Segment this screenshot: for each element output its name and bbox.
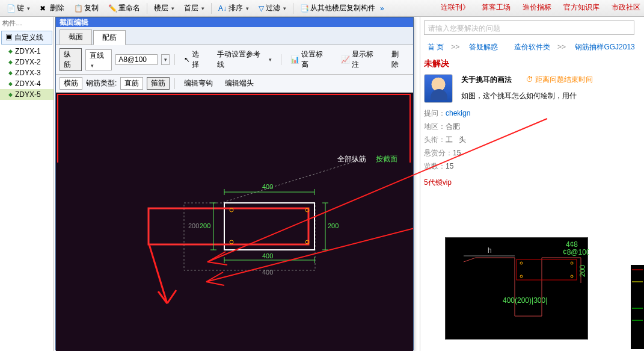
- tree-item-1[interactable]: ◆ZDYX-1: [0, 46, 54, 57]
- breadcrumb: 首 页>> 答疑解惑 造价软件类>> 钢筋抽样GGJ2013: [424, 42, 644, 52]
- svg-rect-3: [149, 208, 308, 244]
- new-button[interactable]: 📄键: [2, 1, 34, 15]
- mode-select[interactable]: 直线: [85, 49, 112, 70]
- tab-section[interactable]: 截面: [60, 30, 92, 45]
- section-edit-window: 截面编辑 截面 配筋 纵筋 直线 ↖ 选择 手动设置参考线 📊 设置标高 📈 显…: [55, 17, 414, 350]
- spec-input[interactable]: [115, 54, 158, 65]
- filter-button[interactable]: ▽过滤: [254, 1, 290, 15]
- tree-category[interactable]: ▣ 自定义线: [1, 31, 52, 45]
- stirrup-button[interactable]: 箍筋: [147, 77, 170, 90]
- search-input[interactable]: 请输入您要解决的问题: [424, 20, 634, 35]
- svg-text:200: 200: [578, 265, 587, 277]
- svg-line-0: [223, 162, 354, 202]
- region-label: 地区：: [424, 122, 446, 131]
- svg-rect-2: [224, 203, 314, 250]
- th-h: h: [488, 246, 492, 255]
- nav-link-5[interactable]: 市政社区: [612, 2, 640, 13]
- dim-left: 200: [200, 222, 210, 229]
- edit-end[interactable]: 编辑端头: [221, 76, 258, 90]
- tab-rebar[interactable]: 配筋: [93, 30, 126, 45]
- ask-user[interactable]: chekign: [446, 109, 470, 117]
- rebar-type-label: 钢筋类型:: [86, 78, 117, 89]
- svg-text:¢8@100: ¢8@100: [563, 248, 589, 256]
- separator: [174, 54, 175, 65]
- select-tool[interactable]: ↖ 选择: [180, 48, 210, 72]
- separator: [147, 3, 147, 14]
- set-elevation[interactable]: 📊 设置标高: [286, 48, 333, 72]
- points-label: 悬赏分：: [424, 149, 453, 157]
- region-value: 合肥: [446, 122, 460, 131]
- left-hint: 构件…: [0, 17, 54, 30]
- separator: [174, 78, 175, 89]
- svg-point-22: [520, 262, 523, 264]
- tree-item-5[interactable]: ◆ZDYX-5: [0, 89, 54, 100]
- title-v1: 工: [446, 135, 453, 144]
- crumb-leaf[interactable]: 钢筋抽样GGJ2013: [575, 43, 634, 51]
- question-body: 如图，这个挑耳怎么如何绘制，用什: [461, 91, 593, 101]
- svg-text:4¢8: 4¢8: [566, 240, 578, 249]
- separator: [211, 3, 212, 14]
- thumbnail-drawing[interactable]: h 4¢8 ¢8@100 200 400(200)|300|: [445, 237, 588, 340]
- user-avatar[interactable]: [424, 74, 453, 103]
- svg-text:400(200)|300|: 400(200)|300|: [503, 296, 547, 305]
- dim-bottom-gray: 400: [262, 269, 273, 276]
- firstfloor-button[interactable]: 首层: [180, 1, 209, 15]
- drawing-canvas[interactable]: 全部纵筋 按截面 400 200 200 20: [56, 93, 413, 351]
- points-value: 15: [453, 149, 461, 157]
- sort-button[interactable]: A↓排序: [214, 1, 253, 15]
- svg-point-4: [230, 208, 233, 212]
- svg-point-6: [230, 240, 233, 244]
- longitudinal-button[interactable]: 纵筋: [60, 48, 82, 71]
- title-v2: 头: [459, 135, 466, 144]
- nav-link-3[interactable]: 造价指标: [523, 2, 551, 13]
- show-annotation[interactable]: 📈 显示标注: [337, 48, 384, 72]
- dim-top: 400: [262, 183, 273, 190]
- question-status: 未解决: [424, 58, 644, 69]
- thumb-svg: h 4¢8 ¢8@100 200 400(200)|300|: [446, 238, 589, 340]
- label-all-longitudinal: 全部纵筋: [337, 154, 366, 164]
- svg-point-7: [305, 240, 309, 244]
- tree-item-4[interactable]: ◆ZDYX-4: [0, 78, 54, 89]
- selection-rect: [57, 94, 411, 163]
- views-label: 览数：: [424, 162, 446, 170]
- crumb-cat[interactable]: 造价软件类: [514, 43, 550, 51]
- nav-link-2[interactable]: 算客工场: [482, 2, 511, 13]
- crumb-qa[interactable]: 答疑解惑: [469, 43, 498, 51]
- svg-point-5: [305, 208, 309, 212]
- dim-bottom: 400: [262, 252, 273, 259]
- spec-dropdown[interactable]: [161, 54, 170, 65]
- tree-item-3[interactable]: ◆ZDYX-3: [0, 67, 54, 78]
- svg-rect-1: [184, 203, 315, 270]
- edit-hook[interactable]: 编辑弯钩: [180, 76, 217, 90]
- manual-refline[interactable]: 手动设置参考线: [213, 48, 276, 72]
- svg-rect-21: [517, 259, 577, 280]
- label-by-section: 按截面: [376, 154, 397, 164]
- separator: [293, 3, 293, 14]
- nav-link-4[interactable]: 官方知识库: [563, 2, 600, 13]
- delete-button[interactable]: ✖删除: [35, 1, 69, 15]
- chevron-right-icon[interactable]: »: [380, 4, 384, 13]
- vip-tag[interactable]: 5代锁vip: [424, 178, 644, 188]
- dim-left-gray: 200: [188, 222, 199, 229]
- svg-point-23: [571, 262, 573, 264]
- title-label: 头衔：: [424, 135, 446, 144]
- copyfrom-button[interactable]: 📑从其他楼层复制构件: [296, 1, 379, 15]
- nav-link-1[interactable]: 连联刊》: [441, 2, 470, 13]
- copy-button[interactable]: 📋复制: [70, 1, 103, 15]
- delete-rebar[interactable]: 删除: [387, 48, 409, 72]
- ask-label: 提问：: [424, 109, 446, 117]
- straight-button[interactable]: 直筋: [120, 77, 143, 90]
- top-nav-links: 连联刊》 算客工场 造价指标 官方知识库 市政社区: [441, 2, 640, 13]
- question-title: 关于挑耳的画法 ⏱ 距离问题结束时间: [461, 74, 593, 85]
- separator: [281, 54, 281, 65]
- crumb-home[interactable]: 首 页: [428, 43, 444, 51]
- floor-button[interactable]: 楼层: [150, 1, 179, 15]
- transverse-button[interactable]: 横筋: [60, 77, 82, 90]
- window-title: 截面编辑: [56, 17, 413, 27]
- section-svg: [56, 93, 413, 351]
- tree-item-2[interactable]: ◆ZDYX-2: [0, 57, 54, 67]
- svg-point-24: [520, 275, 523, 278]
- rename-button[interactable]: ✏️重命名: [104, 1, 144, 15]
- views-value: 15: [446, 162, 453, 170]
- dim-right: 200: [328, 222, 339, 229]
